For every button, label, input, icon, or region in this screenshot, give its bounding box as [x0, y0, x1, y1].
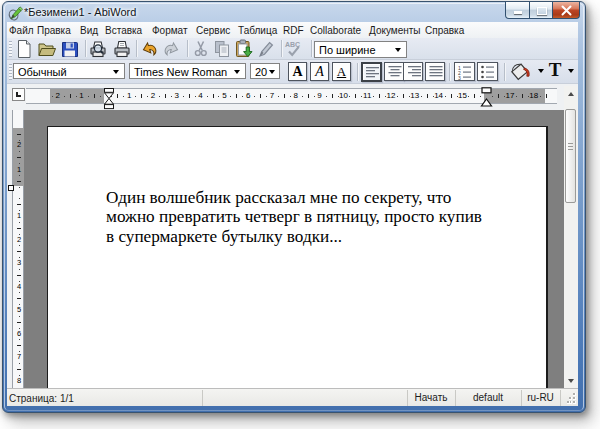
svg-text:3: 3 [458, 75, 461, 81]
